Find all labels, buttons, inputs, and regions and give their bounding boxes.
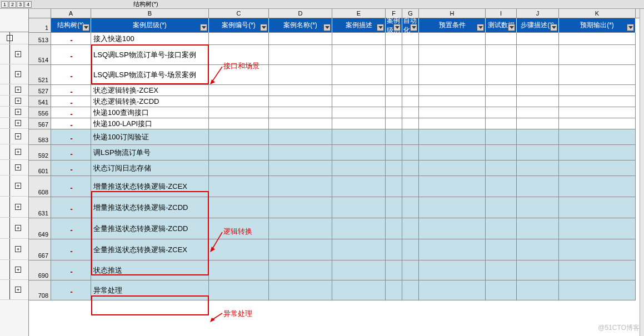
- cell-H[interactable]: [419, 33, 486, 45]
- column-letter-H[interactable]: H: [419, 9, 486, 18]
- cell-J[interactable]: [517, 197, 559, 218]
- cell-B[interactable]: 状态逻辑转换-ZCEX: [91, 85, 209, 96]
- cell-K[interactable]: [559, 161, 636, 176]
- outline-expand-icon[interactable]: +: [15, 225, 21, 231]
- cell-F[interactable]: [386, 161, 402, 176]
- cell-J[interactable]: [517, 218, 559, 239]
- cell-E[interactable]: [332, 161, 386, 176]
- cell-A[interactable]: ..: [51, 33, 91, 45]
- cell-F[interactable]: [386, 176, 402, 197]
- outline-expand-icon[interactable]: +: [15, 133, 21, 139]
- row-number[interactable]: 527: [29, 85, 51, 96]
- cell-G[interactable]: [402, 260, 419, 280]
- cell-C[interactable]: [209, 176, 269, 197]
- cell-J[interactable]: [517, 260, 559, 280]
- cell-B[interactable]: LSQ调LSP物流订单号-接口案例: [91, 45, 209, 65]
- cell-H[interactable]: [419, 260, 486, 280]
- cell-F[interactable]: [386, 85, 402, 96]
- cell-D[interactable]: [269, 161, 332, 176]
- outline-expand-icon[interactable]: +: [15, 149, 21, 155]
- cell-K[interactable]: [559, 197, 636, 218]
- column-letter-K[interactable]: K: [559, 9, 636, 18]
- cell-C[interactable]: [209, 96, 269, 107]
- cell-F[interactable]: [386, 118, 402, 129]
- column-letter-B[interactable]: B: [91, 9, 209, 18]
- cell-D[interactable]: [269, 96, 332, 107]
- cell-K[interactable]: [559, 129, 636, 145]
- cell-G[interactable]: [402, 85, 419, 96]
- cell-H[interactable]: [419, 197, 486, 218]
- row-number[interactable]: 541: [29, 96, 51, 107]
- filter-dropdown-icon[interactable]: [627, 24, 634, 31]
- filter-dropdown-icon[interactable]: [323, 24, 331, 31]
- filter-dropdown-icon[interactable]: [260, 24, 267, 31]
- cell-F[interactable]: [386, 197, 402, 218]
- cell-H[interactable]: [419, 65, 486, 85]
- row-number[interactable]: 521: [29, 65, 51, 85]
- outline-level-1[interactable]: 1: [1, 1, 8, 8]
- filter-dropdown-icon[interactable]: [200, 24, 207, 31]
- cell-F[interactable]: [386, 239, 402, 260]
- cell-G[interactable]: [402, 161, 419, 176]
- outline-expand-icon[interactable]: +: [15, 267, 21, 273]
- cell-J[interactable]: [517, 129, 559, 145]
- cell-B[interactable]: 增量推送状态转换逻辑-ZCDD: [91, 197, 209, 218]
- cell-E[interactable]: [332, 107, 386, 118]
- cell-D[interactable]: [269, 239, 332, 260]
- cell-G[interactable]: [402, 145, 419, 161]
- cell-C[interactable]: [209, 107, 269, 118]
- cell-B[interactable]: 快递100-LAPI接口: [91, 118, 209, 129]
- column-letter-D[interactable]: D: [269, 9, 332, 18]
- cell-K[interactable]: [559, 118, 636, 129]
- cell-A[interactable]: ..: [51, 45, 91, 65]
- vertical-scrollbar[interactable]: [640, 9, 644, 336]
- cell-I[interactable]: [486, 218, 517, 239]
- cell-B[interactable]: 调LSP物流订单号: [91, 145, 209, 161]
- cell-D[interactable]: [269, 33, 332, 45]
- cell-J[interactable]: [517, 239, 559, 260]
- outline-level-4[interactable]: 4: [24, 1, 32, 8]
- cell-H[interactable]: [419, 280, 486, 300]
- cell-D[interactable]: [269, 85, 332, 96]
- filter-dropdown-icon[interactable]: [377, 24, 384, 31]
- row-number[interactable]: 667: [29, 239, 51, 260]
- cell-A[interactable]: ..: [51, 176, 91, 197]
- filter-dropdown-icon[interactable]: [477, 24, 484, 31]
- cell-B[interactable]: LSQ调LSP物流订单号-场景案例: [91, 65, 209, 85]
- cell-I[interactable]: [486, 96, 517, 107]
- header-E[interactable]: 案例描述: [332, 18, 386, 33]
- outline-expand-icon[interactable]: +: [15, 98, 21, 104]
- cell-C[interactable]: [209, 161, 269, 176]
- header-C[interactable]: 案例编号(*): [209, 18, 269, 33]
- cell-A[interactable]: ..: [51, 260, 91, 280]
- cell-E[interactable]: [332, 129, 386, 145]
- outline-expand-icon[interactable]: +: [15, 51, 21, 57]
- outline-expand-icon[interactable]: +: [15, 120, 21, 126]
- outline-expand-icon[interactable]: +: [15, 164, 21, 170]
- cell-H[interactable]: [419, 85, 486, 96]
- cell-K[interactable]: [559, 107, 636, 118]
- column-letter-C[interactable]: C: [209, 9, 269, 18]
- cell-H[interactable]: [419, 45, 486, 65]
- header-I[interactable]: 测试数据: [486, 18, 517, 33]
- cell-D[interactable]: [269, 218, 332, 239]
- cell-B[interactable]: 状态订阅日志存储: [91, 161, 209, 176]
- cell-H[interactable]: [419, 129, 486, 145]
- cell-G[interactable]: [402, 239, 419, 260]
- cell-B[interactable]: 状态推送: [91, 260, 209, 280]
- cell-G[interactable]: [402, 176, 419, 197]
- cell-D[interactable]: [269, 65, 332, 85]
- cell-D[interactable]: [269, 260, 332, 280]
- row-number[interactable]: 631: [29, 197, 51, 218]
- column-letter-E[interactable]: E: [332, 9, 386, 18]
- header-B[interactable]: 案例层级(*): [91, 18, 209, 33]
- header-J[interactable]: 步骤描述(*): [517, 18, 559, 33]
- filter-dropdown-icon[interactable]: [410, 24, 417, 31]
- cell-E[interactable]: [332, 260, 386, 280]
- outline-level-2[interactable]: 2: [9, 1, 16, 8]
- cell-H[interactable]: [419, 161, 486, 176]
- cell-A[interactable]: ..: [51, 239, 91, 260]
- cell-B[interactable]: 全量推送状态转换逻辑-ZCEX: [91, 239, 209, 260]
- outline-expand-icon[interactable]: +: [15, 71, 21, 77]
- cell-A[interactable]: ..: [51, 161, 91, 176]
